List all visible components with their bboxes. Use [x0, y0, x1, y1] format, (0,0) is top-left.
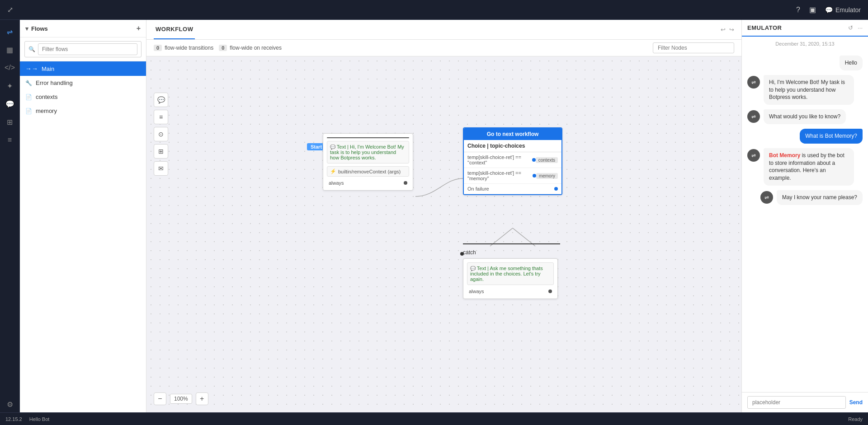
message-name-q: ⇌ May I know your name please? — [747, 190, 863, 205]
emulator-timestamp: December 31, 2020, 15:13 — [742, 37, 868, 51]
catch-node[interactable]: 💬 Text | Ask me something thats included… — [463, 258, 558, 299]
choice-header: Go to next workflow — [464, 128, 561, 140]
catch-text-content: 💬 Text | Ask me something thats included… — [467, 262, 554, 285]
choice-dot-memory — [533, 174, 536, 177]
ready-status: Ready — [848, 416, 863, 422]
choice-dot-failure — [554, 187, 558, 191]
entry-always: always — [327, 179, 409, 187]
flows-panel: ▾ Flows + 🔍 →→ Main 🔧 Error handling 📄 c… — [20, 20, 146, 412]
message-wylk: ⇌ What would you like to know? — [747, 109, 863, 124]
svg-line-1 — [490, 228, 513, 246]
send-button[interactable]: Send — [849, 399, 863, 406]
sidebar-icon-logs[interactable]: ≡ — [2, 132, 18, 148]
message-botmemory-a: ⇌ Bot Memory is used by the bot to store… — [747, 148, 863, 186]
canvas-chat-tool[interactable]: 💬 — [154, 93, 168, 107]
catch-text-value: Text | Ask me something thats included i… — [470, 266, 543, 282]
emulator-button[interactable]: 💬 Emulator — [825, 6, 861, 14]
emulator-panel: EMULATOR ↺ ··· December 31, 2020, 15:13 … — [741, 20, 868, 412]
catch-always: always — [467, 288, 554, 295]
add-flow-button[interactable]: + — [137, 24, 141, 33]
flows-chevron-icon: ▾ — [25, 25, 28, 32]
flow-doc-icon-contexts: 📄 — [25, 94, 32, 100]
canvas-layout-tool[interactable]: ⊞ — [154, 144, 168, 159]
message-botmemory-a-bubble: Bot Memory is used by the bot to store i… — [764, 148, 854, 186]
filter-nodes-input[interactable] — [653, 42, 734, 53]
emulator-label: Emulator — [835, 6, 861, 14]
message-hello-bubble: Hello — [840, 56, 863, 70]
sidebar-icon-code[interactable]: </> — [2, 60, 18, 76]
sidebar-icon-settings[interactable]: ⚙ — [2, 396, 18, 412]
bot-avatar-1: ⇌ — [747, 76, 760, 89]
message-botmemory-q-bubble: What is Bot Memory? — [800, 129, 863, 144]
receives-count: 0 — [219, 45, 227, 51]
entry-always-label: always — [329, 180, 344, 186]
flow-item-error-handling[interactable]: 🔧 Error handling — [20, 76, 146, 90]
workflow-header: WORKFLOW ↩ ↪ — [146, 20, 741, 40]
message-welcome: ⇌ Hi, I'm Welcome Bot! My task is to hel… — [747, 75, 863, 105]
zoom-level: 100% — [170, 394, 192, 404]
flow-transitions-badge[interactable]: 0 flow-wide transitions — [154, 45, 213, 51]
flow-label-error-handling: Error handling — [36, 79, 73, 86]
choice-row-context[interactable]: temp[skill-choice-ret'] == "context" con… — [464, 152, 561, 168]
emulator-footer: Send — [742, 392, 868, 412]
screenshot-icon[interactable]: ▣ — [809, 5, 816, 14]
sidebar-icon-qna[interactable]: 💬 — [2, 96, 18, 112]
workflow-area: WORKFLOW ↩ ↪ 0 flow-wide transitions 0 f… — [146, 20, 741, 412]
catch-always-label: always — [469, 289, 484, 294]
flow-doc-icon-memory: 📄 — [25, 108, 32, 114]
canvas-left-toolbar: 💬 ≡ ⊙ ⊞ ✉ — [154, 93, 168, 176]
main-layout: ⇌ ▦ </> ✦ 💬 ⊞ ≡ ⚙ ▾ Flows + 🔍 →→ Main — [0, 20, 868, 412]
choice-dot-context — [532, 158, 536, 162]
message-hello: Hello — [747, 56, 863, 70]
entry-action[interactable]: ⚡ builtin/removeContext (args) — [327, 166, 409, 177]
emulator-more-icon[interactable]: ··· — [858, 24, 863, 31]
choice-row-failure[interactable]: On failure — [464, 184, 561, 194]
entry-node[interactable]: 💬 Text | Hi, I'm Welcome Bot! My task is… — [323, 133, 413, 191]
message-wylk-bubble: What would you like to know? — [764, 109, 846, 124]
flow-item-memory[interactable]: 📄 memory — [20, 104, 146, 118]
choice-node[interactable]: Go to next workflow Choice | topic-choic… — [463, 127, 562, 195]
entry-text-content: 💬 Text | Hi, I'm Welcome Bot! My task is… — [327, 141, 409, 163]
chat-icon: 💬 — [825, 6, 833, 14]
entry-always-dot — [404, 181, 407, 185]
flows-header: ▾ Flows + — [20, 20, 146, 37]
catch-label: catch — [463, 249, 476, 256]
canvas-list-tool[interactable]: ≡ — [154, 110, 168, 124]
choice-row-memory[interactable]: temp[skill-choice-ret'] == "memory" memo… — [464, 168, 561, 184]
zoom-out-button[interactable]: − — [154, 392, 166, 405]
workflow-title: WORKFLOW — [154, 20, 195, 39]
share-icon[interactable]: ⤢ — [7, 5, 13, 14]
sidebar-icon-analytics[interactable]: ⊞ — [2, 114, 18, 130]
canvas-capture-tool[interactable]: ⊙ — [154, 127, 168, 141]
transitions-label: flow-wide transitions — [165, 45, 213, 51]
emulator-undo-icon[interactable]: ↺ — [848, 24, 853, 31]
entry-action-value: builtin/removeContext (args) — [338, 169, 401, 174]
help-icon[interactable]: ? — [796, 6, 800, 14]
sidebar-icon-nlu[interactable]: ✦ — [2, 78, 18, 94]
workflow-toolbar: 0 flow-wide transitions 0 flow-wide on r… — [146, 40, 741, 56]
sidebar-icon-grid[interactable]: ▦ — [2, 42, 18, 58]
receives-label: flow-wide on receives — [230, 45, 282, 51]
message-name-q-bubble: May I know your name please? — [777, 190, 863, 205]
icon-sidebar: ⇌ ▦ </> ✦ 💬 ⊞ ≡ ⚙ — [0, 20, 20, 412]
choice-cond-context: temp[skill-choice-ret'] == "context" — [467, 154, 529, 165]
redo-button[interactable]: ↪ — [729, 26, 734, 33]
canvas-mail-tool[interactable]: ✉ — [154, 161, 168, 176]
undo-button[interactable]: ↩ — [721, 26, 726, 33]
flows-search: 🔍 — [20, 37, 146, 61]
filter-flows-input[interactable] — [38, 43, 137, 55]
highlight-botmemory: Bot Memory — [769, 152, 800, 159]
top-bar: ⤢ ? ▣ 💬 Emulator — [0, 0, 868, 20]
transitions-count: 0 — [154, 45, 162, 51]
zoom-in-button[interactable]: + — [196, 392, 208, 405]
flows-title: Flows — [31, 25, 48, 32]
flow-receives-badge[interactable]: 0 flow-wide on receives — [219, 45, 282, 51]
sidebar-icon-flows[interactable]: ⇌ — [2, 23, 18, 40]
flow-item-contexts[interactable]: 📄 contexts — [20, 90, 146, 104]
choice-tag-memory: memory — [536, 173, 558, 179]
emulator-messages: Hello ⇌ Hi, I'm Welcome Bot! My task is … — [742, 51, 868, 392]
canvas: Start entry 💬 Text | Hi, I'm Welcome Bot… — [146, 56, 741, 412]
emulator-input[interactable] — [747, 396, 846, 409]
flow-item-main[interactable]: →→ Main — [20, 61, 146, 76]
flow-label-main: Main — [42, 65, 54, 72]
